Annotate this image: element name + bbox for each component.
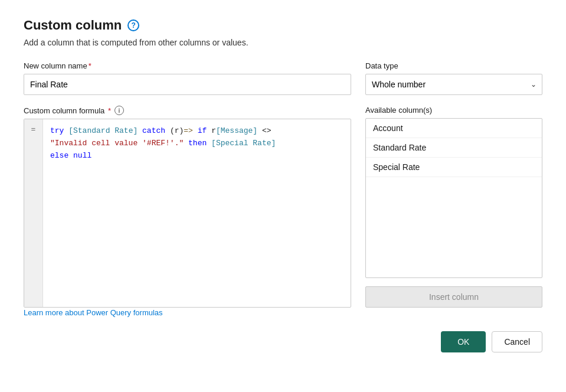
- insert-column-button[interactable]: Insert column: [365, 286, 542, 308]
- subtitle: Add a column that is computed from other…: [24, 38, 542, 47]
- columns-list: Account Standard Rate Special Rate: [365, 118, 542, 278]
- formula-gutter: =: [24, 119, 43, 307]
- list-item[interactable]: Account: [366, 119, 542, 138]
- list-item[interactable]: Standard Rate: [366, 138, 542, 158]
- learn-more-link[interactable]: Learn more about Power Query formulas: [24, 308, 163, 317]
- data-type-label: Data type: [365, 61, 542, 70]
- column-name-label: New column name*: [24, 61, 351, 70]
- cancel-button[interactable]: Cancel: [492, 331, 542, 352]
- column-name-input[interactable]: [24, 74, 351, 95]
- list-item[interactable]: Special Rate: [366, 158, 542, 177]
- info-icon[interactable]: i: [114, 106, 124, 115]
- formula-label: Custom column formula *: [24, 106, 111, 115]
- available-columns-label: Available column(s): [365, 106, 542, 115]
- help-icon[interactable]: ?: [127, 19, 139, 31]
- ok-button[interactable]: OK: [441, 331, 486, 352]
- data-type-select[interactable]: Whole number Decimal number Text Date Tr…: [365, 74, 542, 95]
- page-title: Custom column: [24, 18, 122, 33]
- formula-content[interactable]: try [Standard Rate] catch (r)=> if r[Mes…: [43, 119, 351, 307]
- data-type-wrapper: Whole number Decimal number Text Date Tr…: [365, 74, 542, 95]
- formula-editor[interactable]: = try [Standard Rate] catch (r)=> if r[M…: [24, 119, 351, 308]
